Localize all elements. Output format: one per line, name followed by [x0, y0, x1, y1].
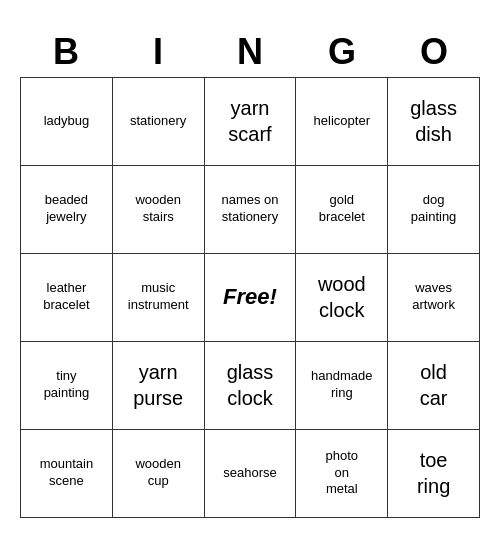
cell-r2-c3: wood clock	[296, 254, 388, 342]
cell-r0-c4: glass dish	[388, 78, 480, 166]
cell-r2-c4: waves artwork	[388, 254, 480, 342]
bingo-header: BINGO	[20, 27, 480, 77]
cell-r3-c4: old car	[388, 342, 480, 430]
cell-r2-c0: leather bracelet	[21, 254, 113, 342]
header-letter: B	[20, 27, 112, 77]
cell-r3-c1: yarn purse	[113, 342, 205, 430]
cell-r1-c2: names on stationery	[205, 166, 297, 254]
cell-r0-c2: yarn scarf	[205, 78, 297, 166]
cell-r1-c4: dog painting	[388, 166, 480, 254]
cell-r4-c1: wooden cup	[113, 430, 205, 518]
cell-r4-c0: mountain scene	[21, 430, 113, 518]
header-letter: I	[112, 27, 204, 77]
cell-r4-c4: toe ring	[388, 430, 480, 518]
cell-r3-c0: tiny painting	[21, 342, 113, 430]
cell-r0-c0: ladybug	[21, 78, 113, 166]
cell-r4-c3: photo on metal	[296, 430, 388, 518]
cell-r1-c1: wooden stairs	[113, 166, 205, 254]
bingo-grid: ladybugstationeryyarn scarfhelicoptergla…	[20, 77, 480, 518]
header-letter: G	[296, 27, 388, 77]
cell-r2-c2: Free!	[205, 254, 297, 342]
cell-r2-c1: music instrument	[113, 254, 205, 342]
bingo-card: BINGO ladybugstationeryyarn scarfhelicop…	[10, 17, 490, 528]
cell-r0-c3: helicopter	[296, 78, 388, 166]
cell-r1-c3: gold bracelet	[296, 166, 388, 254]
cell-r1-c0: beaded jewelry	[21, 166, 113, 254]
cell-r4-c2: seahorse	[205, 430, 297, 518]
header-letter: O	[388, 27, 480, 77]
cell-r0-c1: stationery	[113, 78, 205, 166]
header-letter: N	[204, 27, 296, 77]
cell-r3-c2: glass clock	[205, 342, 297, 430]
cell-r3-c3: handmade ring	[296, 342, 388, 430]
